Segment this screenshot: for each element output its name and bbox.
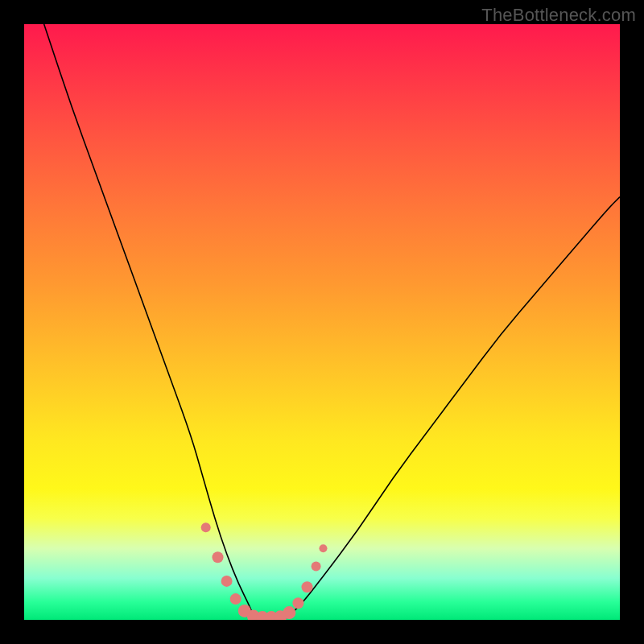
data-marker xyxy=(283,606,295,619)
left-bottleneck-curve xyxy=(24,24,287,618)
data-marker xyxy=(319,544,327,552)
data-marker xyxy=(221,576,233,587)
data-marker xyxy=(292,597,303,609)
chart-frame: TheBottleneck.com xyxy=(0,0,644,644)
curve-layer xyxy=(24,24,620,620)
right-bottleneck-curve xyxy=(287,197,620,618)
data-marker xyxy=(230,593,242,605)
data-marker xyxy=(302,581,313,592)
data-markers xyxy=(201,522,328,620)
watermark-text: TheBottleneck.com xyxy=(481,5,636,26)
data-marker xyxy=(213,551,224,563)
data-marker xyxy=(312,561,321,571)
data-marker xyxy=(201,522,211,532)
plot-area xyxy=(24,24,620,620)
